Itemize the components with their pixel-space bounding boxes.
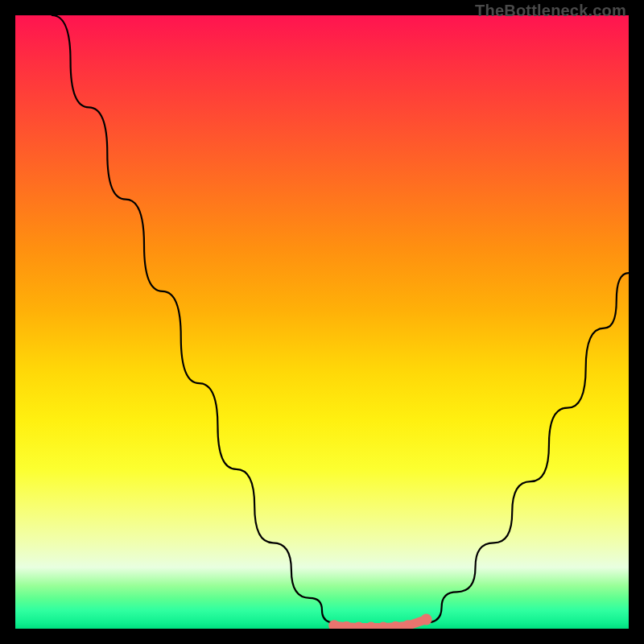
curve-layer <box>15 15 629 629</box>
marker-dot <box>365 621 377 629</box>
left-branch-curve <box>52 15 335 622</box>
credit-text: TheBottleneck.com <box>475 2 626 20</box>
marker-dot <box>421 614 432 625</box>
right-branch-curve <box>427 273 629 622</box>
chart-canvas: TheBottleneck.com <box>0 0 644 644</box>
